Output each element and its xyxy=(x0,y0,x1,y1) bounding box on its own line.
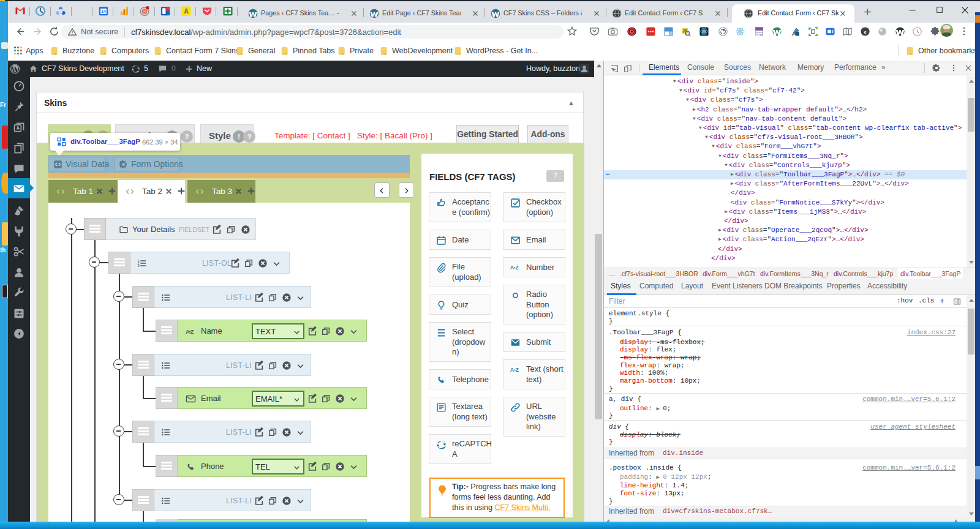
svg-text:A: A xyxy=(510,367,514,373)
svg-text:Z: Z xyxy=(190,329,194,335)
svg-text:3: 3 xyxy=(138,264,140,268)
svg-text:14: 14 xyxy=(101,9,106,13)
svg-text:A: A xyxy=(186,329,190,335)
svg-text:A: A xyxy=(510,264,514,271)
svg-text:e: e xyxy=(864,29,866,35)
svg-text:A: A xyxy=(184,7,189,15)
svg-text:Z: Z xyxy=(516,367,519,373)
svg-text:JS: JS xyxy=(682,29,687,33)
svg-text:Z: Z xyxy=(516,264,519,271)
